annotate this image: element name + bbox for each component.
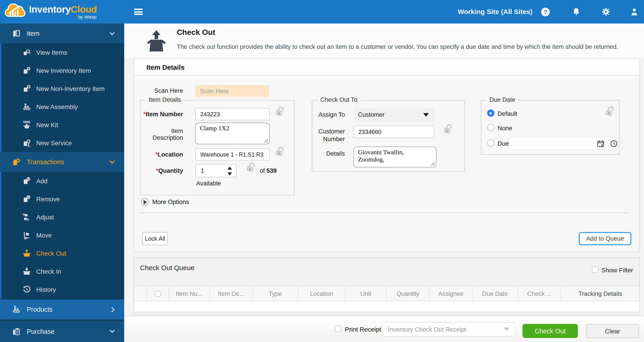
check-out-box-icon: [21, 249, 32, 258]
sidebar-section-label: Item: [27, 30, 40, 37]
clock-icon[interactable]: [610, 140, 618, 149]
due-date-fieldset: Due Date Default None Due On: [481, 100, 620, 155]
stepper-up-icon[interactable]: [228, 167, 232, 170]
assign-to-select[interactable]: Customer: [354, 108, 434, 122]
quantity-stepper[interactable]: 1: [195, 164, 236, 177]
settings-gear-icon[interactable]: [600, 0, 612, 23]
column-header-location[interactable]: Location: [298, 286, 345, 301]
sidebar-item-check-out[interactable]: Check Out: [1, 244, 124, 262]
column-header-unit[interactable]: Unit: [345, 286, 386, 301]
print-receipt-checkbox[interactable]: [335, 326, 341, 332]
sidebar-item-label: Adjust: [36, 213, 54, 221]
sidebar-item-label: New Inventory Item: [36, 67, 91, 74]
customer-number-input[interactable]: [354, 126, 434, 138]
item-description-wrapper: Clamp 1X2: [195, 123, 270, 144]
item-description-textarea[interactable]: Clamp 1X2: [195, 123, 270, 144]
sidebar-item-new-assembly[interactable]: New Assembly: [1, 98, 124, 116]
column-header-check[interactable]: Check ...: [518, 286, 561, 301]
sidebar-item-check-in[interactable]: Check In: [1, 262, 124, 281]
column-header-quantity[interactable]: Quantity: [386, 286, 430, 301]
sidebar-item-label: New Assembly: [36, 103, 78, 110]
adjust-plus-minus-icon: [21, 213, 32, 222]
sidebar-item-label: New Kit: [36, 121, 58, 129]
purchase-clipboard-icon: [11, 327, 22, 336]
due-date-due-on-radio[interactable]: [487, 139, 494, 147]
sidebar-item-new-service[interactable]: New Service: [1, 134, 124, 152]
quantity-value: 1: [201, 165, 204, 177]
sidebar-item-new-non-inventory-item[interactable]: New Non-Inventory Item: [1, 80, 124, 98]
column-header-type[interactable]: Type: [253, 286, 298, 301]
add-to-queue-button[interactable]: Add to Queue: [579, 232, 631, 245]
column-header-item-number[interactable]: Item Nu...: [169, 286, 210, 301]
history-clock-icon: [21, 285, 32, 294]
sidebar-section-products[interactable]: Products: [0, 300, 124, 319]
sidebar-section-transactions[interactable]: Transactions: [0, 152, 124, 172]
assign-to-label: Assign To: [312, 108, 345, 122]
item-number-label: *Item Number: [140, 108, 183, 120]
hamburger-menu-icon[interactable]: [134, 8, 143, 15]
notifications-bell-icon[interactable]: [570, 0, 582, 23]
column-header-assignee[interactable]: Assignee: [430, 286, 473, 301]
main-content: Check Out The check out function provide…: [124, 23, 644, 342]
brand-name: InventoryCloud: [29, 4, 97, 14]
brand-logo[interactable]: InventoryCloud by Wasp: [0, 3, 97, 21]
add-plus-one-icon: +1: [21, 176, 32, 185]
lock-all-button[interactable]: Lock All: [142, 232, 168, 245]
more-options-toggle[interactable]: More Options: [141, 198, 189, 206]
unlock-icon[interactable]: [275, 105, 286, 119]
show-filter-label: Show Filter: [602, 266, 633, 274]
print-receipt-label: Print Receipt: [345, 326, 381, 333]
check-out-submit-button[interactable]: Check Out: [522, 324, 578, 338]
box-plus-icon: [21, 84, 32, 93]
chevron-down-icon: [109, 329, 115, 334]
sidebar-item-label: Add: [36, 177, 48, 184]
unlock-icon[interactable]: [604, 105, 616, 119]
item-number-input[interactable]: [195, 108, 270, 120]
column-header-tracking-details[interactable]: Tracking Details: [561, 286, 640, 301]
show-filter-checkbox[interactable]: [592, 266, 598, 273]
calendar-icon[interactable]: [597, 140, 604, 149]
sidebar-item-add[interactable]: +1 Add: [1, 172, 124, 190]
row-handle-column: [134, 286, 147, 301]
sidebar-section-label: Products: [27, 306, 52, 313]
sidebar-section-label: Transactions: [27, 158, 64, 166]
sidebar-section-item[interactable]: Item: [0, 23, 124, 43]
sidebar-item-move[interactable]: Move: [1, 226, 124, 244]
sidebar-item-view-items[interactable]: View Items: [1, 43, 124, 61]
sidebar-item-new-inventory-item[interactable]: New Inventory Item: [1, 61, 124, 80]
unlock-icon[interactable]: [275, 145, 286, 159]
sidebar-item-adjust[interactable]: Adjust: [1, 208, 124, 226]
scan-here-input[interactable]: [195, 85, 269, 97]
column-header-item-description[interactable]: Item De...: [210, 286, 253, 301]
location-label: *Location: [140, 148, 183, 161]
location-input[interactable]: [195, 148, 270, 161]
sidebar-item-new-kit[interactable]: New Kit: [1, 116, 124, 134]
details-textarea[interactable]: Giovanni Twallin, Zoomdog,: [354, 147, 436, 168]
due-date-default-radio[interactable]: [487, 110, 494, 117]
clear-button[interactable]: Clear: [586, 324, 639, 338]
user-account-icon[interactable]: [628, 0, 640, 23]
card-body: Scan Here Item Details *Item Number Item…: [134, 76, 640, 252]
help-icon[interactable]: ?: [539, 0, 552, 23]
stepper-down-icon[interactable]: [228, 172, 232, 175]
check-out-to-fieldset: Check Out To Assign To Customer Customer…: [312, 100, 465, 172]
sidebar-item-remove[interactable]: Remove: [1, 190, 124, 208]
due-date-none-radio[interactable]: [487, 124, 494, 131]
unlock-icon[interactable]: [246, 161, 256, 175]
sidebar-section-purchase[interactable]: Purchase: [0, 321, 124, 342]
column-header-due-date[interactable]: Due Date: [473, 286, 518, 301]
receipt-template-dropdown[interactable]: Inventory Check Out Receipt: [382, 322, 515, 337]
item-description-label: Item Description: [140, 128, 183, 141]
select-all-checkbox[interactable]: [155, 291, 161, 297]
expand-arrow-icon: [141, 198, 149, 206]
move-dolly-icon: [21, 231, 32, 240]
item-details-fieldset: Item Details *Item Number Item Descripti…: [140, 100, 294, 195]
sidebar-item-history[interactable]: History: [1, 281, 124, 299]
check-out-page-icon: [144, 29, 168, 55]
working-site-label[interactable]: Working Site (All Sites): [458, 0, 532, 23]
item-icon: [11, 29, 22, 38]
sidebar-item-label: Check Out: [36, 250, 66, 257]
sidebar-item-label: Check In: [36, 268, 62, 275]
unlock-icon[interactable]: [443, 123, 454, 137]
chevron-down-icon: [109, 160, 115, 164]
